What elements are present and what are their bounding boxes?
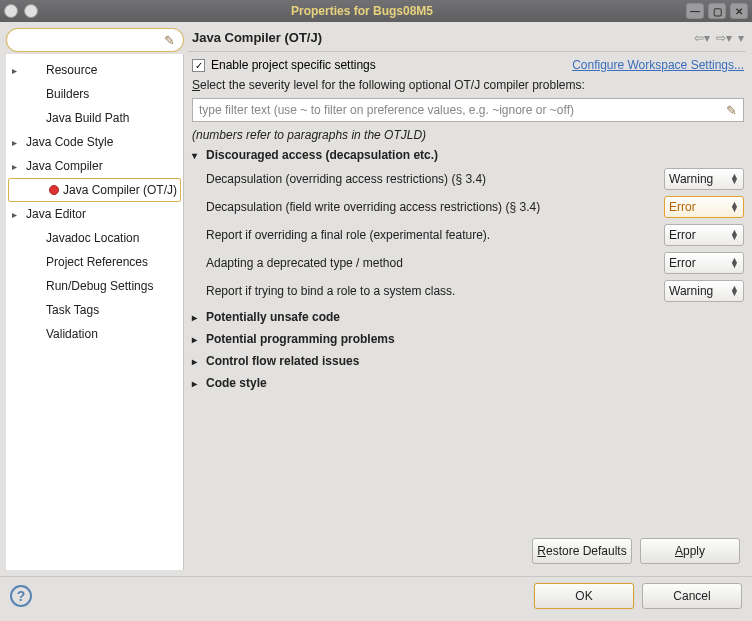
- enable-project-specific-label: Enable project specific settings: [211, 58, 376, 72]
- setting-label: Adapting a deprecated type / method: [206, 256, 664, 270]
- sidebar-item-label: Validation: [46, 327, 98, 341]
- settings-filter[interactable]: ✎: [192, 98, 744, 122]
- group-header-discouraged-access-decapsulation-etc-[interactable]: ▾Discouraged access (decapsulation etc.): [192, 148, 744, 162]
- chevron-right-icon: ▸: [192, 312, 202, 323]
- combo-chevron-icon: ▲▼: [730, 230, 739, 240]
- app-icon: [4, 4, 18, 18]
- chevron-right-icon: ▸: [192, 334, 202, 345]
- nav-forward-icon[interactable]: ⇨▾: [716, 31, 732, 45]
- sidebar-item-java-build-path[interactable]: Java Build Path: [6, 106, 183, 130]
- severity-value: Warning: [669, 284, 713, 298]
- sidebar-item-validation[interactable]: Validation: [6, 322, 183, 346]
- severity-value: Error: [669, 256, 696, 270]
- sidebar-item-builders[interactable]: Builders: [6, 82, 183, 106]
- setting-label: Decapsulation (field write overriding ac…: [206, 200, 664, 214]
- severity-combo[interactable]: Error▲▼: [664, 252, 744, 274]
- group-title: Discouraged access (decapsulation etc.): [206, 148, 438, 162]
- setting-label: Decapsulation (overriding access restric…: [206, 172, 664, 186]
- settings-groups: ▾Discouraged access (decapsulation etc.)…: [192, 148, 744, 390]
- restore-defaults-button[interactable]: Restore Defaults: [532, 538, 632, 564]
- severity-combo[interactable]: Warning▲▼: [664, 168, 744, 190]
- severity-combo[interactable]: Warning▲▼: [664, 280, 744, 302]
- sidebar-item-label: Run/Debug Settings: [46, 279, 153, 293]
- sidebar-item-java-compiler-ot-j-[interactable]: Java Compiler (OT/J): [8, 178, 181, 202]
- setting-row: Decapsulation (field write overriding ac…: [192, 196, 744, 218]
- sidebar-item-label: Java Compiler (OT/J): [63, 183, 177, 197]
- severity-combo[interactable]: Error▲▼: [664, 196, 744, 218]
- nav-menu-icon[interactable]: ▾: [738, 31, 744, 45]
- setting-label: Report if overriding a final role (exper…: [206, 228, 664, 242]
- sidebar-item-task-tags[interactable]: Task Tags: [6, 298, 183, 322]
- sidebar-item-run-debug-settings[interactable]: Run/Debug Settings: [6, 274, 183, 298]
- sidebar-item-label: Builders: [46, 87, 89, 101]
- sidebar-item-label: Resource: [46, 63, 97, 77]
- titlebar: Properties for Bugs08M5 — ▢ ✕: [0, 0, 752, 22]
- setting-row: Report if trying to bind a role to a sys…: [192, 280, 744, 302]
- sidebar-item-java-editor[interactable]: ▸Java Editor: [6, 202, 183, 226]
- configure-workspace-link[interactable]: Configure Workspace Settings...: [572, 58, 744, 72]
- sidebar-item-label: Java Build Path: [46, 111, 129, 125]
- severity-combo[interactable]: Error▲▼: [664, 224, 744, 246]
- sidebar-item-label: Project References: [46, 255, 148, 269]
- combo-chevron-icon: ▲▼: [730, 202, 739, 212]
- otj-marker-icon: [49, 185, 59, 195]
- enable-project-specific-checkbox[interactable]: ✓: [192, 59, 205, 72]
- sidebar: ✎ ▸ResourceBuildersJava Build Path▸Java …: [6, 28, 184, 570]
- sidebar-tree: ▸ResourceBuildersJava Build Path▸Java Co…: [6, 54, 184, 570]
- group-header-code-style[interactable]: ▸Code style: [192, 374, 744, 390]
- sidebar-item-java-compiler[interactable]: ▸Java Compiler: [6, 154, 183, 178]
- expand-icon[interactable]: ▸: [12, 65, 22, 76]
- sidebar-filter[interactable]: ✎: [6, 28, 184, 52]
- sidebar-item-label: Java Compiler: [26, 159, 103, 173]
- minimize-button[interactable]: —: [686, 3, 704, 19]
- apply-button[interactable]: Apply: [640, 538, 740, 564]
- dialog-body: ✎ ▸ResourceBuildersJava Build Path▸Java …: [0, 22, 752, 621]
- group-header-potential-programming-problems[interactable]: ▸Potential programming problems: [192, 330, 744, 346]
- group-title: Potentially unsafe code: [206, 310, 340, 324]
- group-title: Code style: [206, 376, 267, 390]
- maximize-button[interactable]: ▢: [708, 3, 726, 19]
- app-icon-secondary: [24, 4, 38, 18]
- setting-row: Report if overriding a final role (exper…: [192, 224, 744, 246]
- combo-chevron-icon: ▲▼: [730, 174, 739, 184]
- clear-settings-filter-icon[interactable]: ✎: [726, 103, 737, 118]
- severity-value: Warning: [669, 172, 713, 186]
- dialog-footer: ? OK Cancel: [0, 576, 752, 621]
- close-button[interactable]: ✕: [730, 3, 748, 19]
- group-title: Potential programming problems: [206, 332, 395, 346]
- content-pane: Java Compiler (OT/J) ⇦▾ ⇨▾ ▾ ✓ Enable pr…: [188, 28, 746, 570]
- sidebar-item-label: Javadoc Location: [46, 231, 139, 245]
- sidebar-item-project-references[interactable]: Project References: [6, 250, 183, 274]
- otjld-note: (numbers refer to paragraphs in the OTJL…: [192, 128, 744, 142]
- cancel-button[interactable]: Cancel: [642, 583, 742, 609]
- window-title: Properties for Bugs08M5: [44, 4, 680, 18]
- sidebar-item-javadoc-location[interactable]: Javadoc Location: [6, 226, 183, 250]
- clear-filter-icon[interactable]: ✎: [164, 33, 175, 48]
- severity-description: Select the severity level for the follow…: [192, 78, 744, 92]
- setting-label: Report if trying to bind a role to a sys…: [206, 284, 664, 298]
- chevron-right-icon: ▸: [192, 378, 202, 389]
- sidebar-item-resource[interactable]: ▸Resource: [6, 58, 183, 82]
- chevron-right-icon: ▸: [192, 356, 202, 367]
- sidebar-filter-input[interactable]: [15, 33, 164, 47]
- expand-icon[interactable]: ▸: [12, 137, 22, 148]
- nav-arrows: ⇦▾ ⇨▾ ▾: [694, 31, 744, 45]
- sidebar-item-label: Task Tags: [46, 303, 99, 317]
- ok-button[interactable]: OK: [534, 583, 634, 609]
- combo-chevron-icon: ▲▼: [730, 258, 739, 268]
- severity-value: Error: [669, 228, 696, 242]
- chevron-down-icon: ▾: [192, 150, 202, 161]
- sidebar-item-label: Java Editor: [26, 207, 86, 221]
- expand-icon[interactable]: ▸: [12, 209, 22, 220]
- severity-value: Error: [669, 200, 696, 214]
- group-header-potentially-unsafe-code[interactable]: ▸Potentially unsafe code: [192, 308, 744, 324]
- nav-back-icon[interactable]: ⇦▾: [694, 31, 710, 45]
- page-title: Java Compiler (OT/J): [192, 30, 694, 45]
- combo-chevron-icon: ▲▼: [730, 286, 739, 296]
- expand-icon[interactable]: ▸: [12, 161, 22, 172]
- sidebar-item-java-code-style[interactable]: ▸Java Code Style: [6, 130, 183, 154]
- settings-filter-input[interactable]: [199, 103, 726, 117]
- setting-row: Decapsulation (overriding access restric…: [192, 168, 744, 190]
- group-header-control-flow-related-issues[interactable]: ▸Control flow related issues: [192, 352, 744, 368]
- help-icon[interactable]: ?: [10, 585, 32, 607]
